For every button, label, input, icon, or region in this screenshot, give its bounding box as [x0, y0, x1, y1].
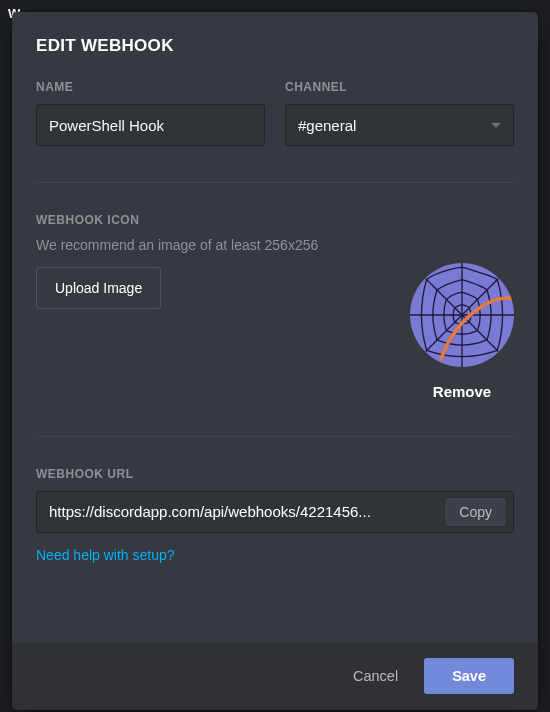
cancel-button[interactable]: Cancel — [337, 658, 414, 694]
name-input[interactable] — [36, 104, 265, 146]
modal-title: EDIT WEBHOOK — [36, 36, 514, 56]
modal-footer: Cancel Save — [12, 642, 538, 710]
webhook-avatar[interactable] — [410, 263, 514, 367]
webhook-url-row: https://discordapp.com/api/webhooks/4221… — [36, 491, 514, 533]
name-channel-row: NAME CHANNEL #general — [36, 80, 514, 146]
divider — [36, 436, 514, 437]
chevron-down-icon — [491, 123, 501, 128]
divider — [36, 182, 514, 183]
name-label: NAME — [36, 80, 265, 94]
channel-col: CHANNEL #general — [285, 80, 514, 146]
avatar-column: Remove — [410, 263, 514, 400]
remove-avatar-button[interactable]: Remove — [433, 383, 491, 400]
icon-label: WEBHOOK ICON — [36, 213, 514, 227]
edit-webhook-modal: EDIT WEBHOOK NAME CHANNEL #general WEBHO… — [12, 12, 538, 710]
name-col: NAME — [36, 80, 265, 146]
channel-select[interactable]: #general — [285, 104, 514, 146]
channel-label: CHANNEL — [285, 80, 514, 94]
channel-value: #general — [298, 117, 356, 134]
save-button[interactable]: Save — [424, 658, 514, 694]
upload-image-button[interactable]: Upload Image — [36, 267, 161, 309]
url-label: WEBHOOK URL — [36, 467, 514, 481]
webhook-url-text[interactable]: https://discordapp.com/api/webhooks/4221… — [37, 492, 438, 532]
help-link[interactable]: Need help with setup? — [36, 547, 175, 563]
icon-hint: We recommend an image of at least 256x25… — [36, 237, 514, 253]
modal-body: EDIT WEBHOOK NAME CHANNEL #general WEBHO… — [12, 12, 538, 642]
spiderweb-icon — [410, 263, 514, 367]
icon-section: Upload Image — [36, 267, 514, 400]
copy-button[interactable]: Copy — [444, 497, 507, 527]
